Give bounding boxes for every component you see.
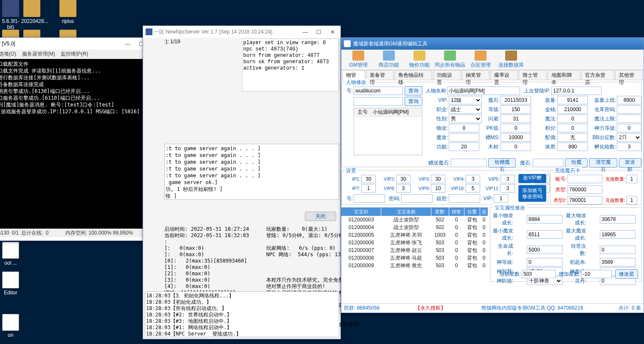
minimize-icon[interactable]: —: [121, 39, 134, 48]
gx-input[interactable]: [449, 143, 479, 151]
rein-input[interactable]: [600, 246, 636, 254]
gm-titlebar[interactable]: 魔域新老端通用GM通用编辑工具: [341, 38, 644, 50]
tz-input[interactable]: [557, 143, 588, 151]
query-button[interactable]: 查询: [405, 86, 422, 95]
name-input[interactable]: [447, 87, 520, 95]
hp-input[interactable]: [557, 96, 588, 104]
table-row[interactable]: 012000003战士攻防型5020背包0: [341, 216, 488, 224]
addstar-input[interactable]: [581, 270, 612, 278]
table-row[interactable]: 012000008五虎神将·马超5030背包0: [341, 254, 488, 262]
char-list[interactable]: 主号 小仙源码网[PM]: [354, 108, 422, 155]
sllv-input[interactable]: [617, 124, 641, 132]
tb-sync[interactable]: 同步所有物品: [435, 50, 465, 69]
desktop-icon[interactable]: ool ...: [0, 242, 21, 266]
card-type1-input[interactable]: [568, 185, 602, 194]
desktop-icon[interactable]: 5.6.3f1-bit): [0, 0, 21, 30]
vip-level-input[interactable]: [466, 175, 480, 183]
acct-input[interactable]: [354, 87, 403, 95]
job-select[interactable]: 战士: [449, 105, 482, 114]
tb-shop[interactable]: 商店功能: [374, 50, 404, 69]
fh-input[interactable]: [617, 143, 641, 151]
maxmatk-input[interactable]: [600, 230, 636, 239]
ms2-input[interactable]: [533, 159, 563, 167]
patk-input[interactable]: [449, 124, 479, 132]
card-cnt1-input[interactable]: [626, 175, 637, 183]
card-type2-input[interactable]: [568, 196, 602, 204]
giftms2-input[interactable]: [451, 159, 487, 167]
curstar-input[interactable]: [522, 270, 556, 278]
card-acct-input[interactable]: [568, 175, 602, 183]
npc-mid-log[interactable]: :t to game server again . . . ] :t to ga…: [164, 144, 339, 200]
give-ms-button[interactable]: 给魔石: [565, 158, 588, 168]
tab-store[interactable]: 官方杂货店: [581, 70, 614, 80]
tb-merge[interactable]: 合区管理: [465, 50, 496, 69]
close-icon[interactable]: ✕: [326, 27, 339, 36]
maximize-icon[interactable]: ☐: [312, 27, 325, 36]
ms-input[interactable]: [501, 96, 531, 104]
vip-level-input[interactable]: [431, 184, 445, 193]
tab-item[interactable]: 物管理: [342, 70, 365, 80]
card-cnt2-input[interactable]: [626, 196, 637, 204]
tb-price[interactable]: 物价功能: [404, 50, 435, 69]
tab-transfer[interactable]: 角色物品转移: [394, 70, 432, 80]
vip-level-input[interactable]: [466, 184, 480, 193]
whpwd-input[interactable]: [617, 105, 641, 114]
vip-level-input[interactable]: [431, 175, 445, 183]
add-acct-button[interactable]: 添加账号 修改密码: [518, 185, 546, 202]
vip-level-input[interactable]: [361, 184, 376, 193]
matk-input[interactable]: [449, 133, 479, 142]
godlv-input[interactable]: [527, 258, 562, 266]
change-vip-button[interactable]: 改VIP孵化: [518, 174, 546, 183]
minpatk-input[interactable]: [527, 215, 562, 224]
jf-input[interactable]: [557, 124, 588, 132]
table-row[interactable]: 012000006五虎神将·张飞5030背包0: [341, 239, 488, 246]
vip-super-input[interactable]: [449, 194, 480, 203]
hpmax-input[interactable]: [617, 96, 641, 104]
maxpatk-input[interactable]: [600, 215, 636, 224]
shan-input[interactable]: [501, 115, 531, 123]
query-button-2[interactable]: 查询: [405, 97, 422, 106]
tab-map[interactable]: 地图和脚本: [548, 70, 580, 80]
desktop-icon[interactable]: riplus: [57, 0, 79, 24]
tab-lottery[interactable]: 抽奖管理: [462, 70, 489, 80]
npc-titlebar[interactable]: 一区 NewNpcServer Ver 1.7 (Sep 14 2018 10:…: [143, 26, 340, 38]
tab-drop[interactable]: 爆率设置: [490, 70, 518, 80]
mc-input[interactable]: [501, 143, 531, 151]
tab-other[interactable]: 其他管理: [615, 70, 643, 80]
close-button[interactable]: 关闭: [305, 212, 336, 221]
vip-acct-input[interactable]: [354, 194, 385, 203]
vip-level-input[interactable]: [396, 175, 411, 183]
table-row[interactable]: 012000004战士攻防型5020背包0: [341, 224, 488, 231]
bbcert-select[interactable]: 2只: [617, 133, 641, 142]
desktop-icon[interactable]: Editor: [0, 271, 21, 296]
mofamax-input[interactable]: [617, 115, 641, 123]
mod-star-button[interactable]: 修改星: [615, 269, 638, 279]
send-email-button[interactable]: 发送邮: [619, 158, 641, 168]
tb-db[interactable]: 连接数据库: [496, 50, 526, 69]
lv-input[interactable]: [501, 105, 531, 114]
tab-equip[interactable]: 装备管理: [366, 70, 394, 80]
table-row[interactable]: 012000005五虎神将·关羽10030背包0: [341, 231, 488, 239]
menu-monitor[interactable]: 监控维护(R): [61, 51, 88, 57]
console-titlebar[interactable]: r [V5.0] — ☐ ✕: [0, 38, 163, 50]
sub-acct-input[interactable]: [354, 97, 403, 106]
vip-level-input[interactable]: [361, 175, 376, 183]
vip-level-input[interactable]: [396, 184, 411, 193]
table-row[interactable]: 012000007五虎神将·赵云5030背包0: [341, 246, 488, 254]
pet-table[interactable]: 宝宝ID宝宝名称星数转世位置灵012000003战士攻防型5020背包00120…: [341, 207, 488, 269]
mofa-input[interactable]: [557, 115, 588, 123]
desktop-icon[interactable]: 20220428...: [21, 0, 42, 24]
clear-ms-button[interactable]: 清空魔石: [589, 158, 617, 168]
pk-input[interactable]: [501, 124, 531, 132]
tab-func[interactable]: 功能设置: [433, 70, 461, 80]
vip-level-input[interactable]: [501, 175, 515, 183]
minimize-icon[interactable]: —: [299, 27, 312, 36]
lastip-input[interactable]: [551, 87, 602, 95]
tb-gm[interactable]: GM管理: [343, 50, 374, 69]
desktop-icon[interactable]: on: [0, 314, 21, 338]
giftms-input[interactable]: [501, 133, 531, 142]
vip-pwd-input[interactable]: [401, 194, 433, 203]
tab-knight[interactable]: 骑士管理: [519, 70, 546, 80]
sex-select[interactable]: 男: [449, 115, 482, 123]
vip-vip-input[interactable]: [494, 194, 508, 203]
